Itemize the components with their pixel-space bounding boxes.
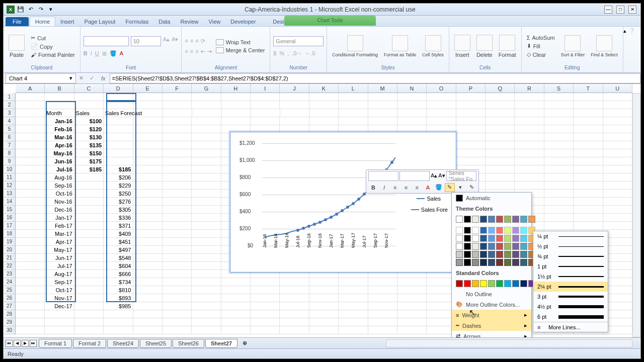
cell-styles-button[interactable]: Cell Styles [420,34,446,58]
col-header-D[interactable]: D [104,84,133,93]
decrease-font-icon[interactable]: A▾ [172,36,178,46]
horizontal-scrollbar[interactable] [386,339,632,347]
color-swatch[interactable] [512,216,519,223]
color-swatch[interactable] [456,259,463,266]
color-swatch[interactable] [528,216,535,223]
color-swatch[interactable] [488,259,495,266]
minimize-button[interactable]: — [604,6,612,14]
col-header-U[interactable]: U [603,84,632,93]
tab-file[interactable]: File [6,17,29,26]
color-swatch[interactable] [472,243,479,250]
align-top-icon[interactable]: ≡ [185,38,188,44]
color-swatch[interactable] [464,280,471,287]
color-swatch[interactable] [472,216,479,223]
color-swatch[interactable] [504,216,511,223]
legend-sales-forecast[interactable]: Sales Fore [411,207,448,213]
weight-option[interactable]: 1½ pt [533,272,608,282]
tab-view[interactable]: View [204,17,226,26]
cut-button[interactable]: ✂Cut [29,34,77,42]
color-swatch[interactable] [472,235,479,242]
color-swatch[interactable] [488,235,495,242]
bold-button[interactable]: B [84,50,88,57]
col-header-P[interactable]: P [456,84,486,93]
col-header-M[interactable]: M [368,84,397,93]
color-swatch[interactable] [512,235,519,242]
tab-developer[interactable]: Developer [225,17,261,26]
copy-button[interactable]: 📄Copy [29,43,77,50]
color-swatch[interactable] [464,216,471,223]
color-swatch[interactable] [464,259,471,266]
indent-dec-icon[interactable]: ⇤ [201,48,205,55]
sheet-tab[interactable]: Format 1 [39,339,72,348]
sheet-tab[interactable]: Format 2 [73,339,106,348]
name-box[interactable]: Chart 4▾ [6,73,76,83]
row-header-27[interactable]: 27 [4,302,15,310]
mini-fill-icon[interactable]: 🪣 [434,183,444,192]
row-header-2[interactable]: 2 [4,101,15,109]
color-swatch[interactable] [472,251,479,258]
autosum-button[interactable]: ΣAutoSum [525,34,557,41]
col-header-T[interactable]: T [574,84,603,93]
underline-button[interactable]: U [95,50,99,57]
find-select-button[interactable]: Find & Select [589,34,620,58]
color-swatch[interactable] [480,259,487,266]
sort-filter-button[interactable]: Sort & Filter [559,34,587,58]
color-swatch[interactable] [456,216,463,223]
col-header-I[interactable]: I [251,84,280,93]
color-swatch[interactable] [496,235,503,242]
tab-insert[interactable]: Insert [55,17,79,26]
color-swatch[interactable] [496,280,503,287]
color-swatch[interactable] [464,235,471,242]
row-header-26[interactable]: 26 [4,294,15,302]
mini-align-right-icon[interactable]: ≡ [412,183,422,192]
row-header-11[interactable]: 11 [4,173,15,182]
tab-review[interactable]: Review [175,17,203,26]
color-swatch[interactable] [520,280,527,287]
color-swatch[interactable] [512,259,519,266]
col-header-H[interactable]: H [221,84,251,93]
insert-cells-button[interactable]: Insert [452,34,472,59]
row-header-7[interactable]: 7 [4,141,15,149]
legend-sales[interactable]: Sales [417,196,441,202]
row-header-22[interactable]: 22 [4,262,15,270]
align-bottom-icon[interactable]: ≡ [195,38,198,44]
merge-center-button[interactable]: Merge & Center [214,47,267,54]
col-header-S[interactable]: S [544,84,574,93]
tab-home[interactable]: Home [30,17,55,26]
automatic-color-option[interactable]: Automatic [452,193,531,204]
delete-cells-button[interactable]: Delete [474,34,495,59]
col-header-C[interactable]: C [74,84,104,93]
color-swatch[interactable] [464,251,471,258]
new-sheet-button[interactable]: ⊕ [238,340,251,346]
col-header-O[interactable]: O [427,84,456,93]
row-header-5[interactable]: 5 [4,125,15,133]
font-name-dropdown[interactable] [84,36,129,46]
dashes-submenu[interactable]: ┅Dashes▸ [452,320,531,331]
redo-button[interactable]: ↷ [36,5,45,14]
row-header-4[interactable]: 4 [4,117,15,125]
col-header-N[interactable]: N [397,84,427,93]
weight-option[interactable]: ¼ pt [533,231,608,241]
color-swatch[interactable] [480,235,487,242]
tab-formulas[interactable]: Formulas [120,17,153,26]
color-swatch[interactable] [520,227,527,234]
row-header-29[interactable]: 29 [4,318,15,326]
row-header-24[interactable]: 24 [4,278,15,286]
sheet-nav-next[interactable]: ▶ [22,340,29,347]
more-outline-colors-option[interactable]: 🎨More Outline Colors... [452,299,531,310]
close-button[interactable]: ✕ [628,6,636,14]
fill-button[interactable]: ⬇Fill [525,42,557,50]
weight-option[interactable]: 3 pt [533,292,608,302]
grow-font-icon[interactable]: A▴ [431,172,437,179]
formula-bar[interactable]: =SERIES(Sheet27!$D$3,Sheet27!$B$4:$B$27,… [110,73,640,83]
color-swatch[interactable] [496,216,503,223]
color-swatch[interactable] [504,259,511,266]
mini-series-dropdown[interactable]: Series "Sales Fo [446,171,476,181]
mini-format-icon[interactable]: ✎ [466,183,476,192]
mini-italic-button[interactable]: I [379,183,389,192]
increase-font-icon[interactable]: A▴ [163,36,170,46]
save-button[interactable]: 💾 [16,5,25,14]
row-header-23[interactable]: 23 [4,270,15,278]
color-swatch[interactable] [456,251,463,258]
row-header-30[interactable]: 30 [4,326,15,334]
